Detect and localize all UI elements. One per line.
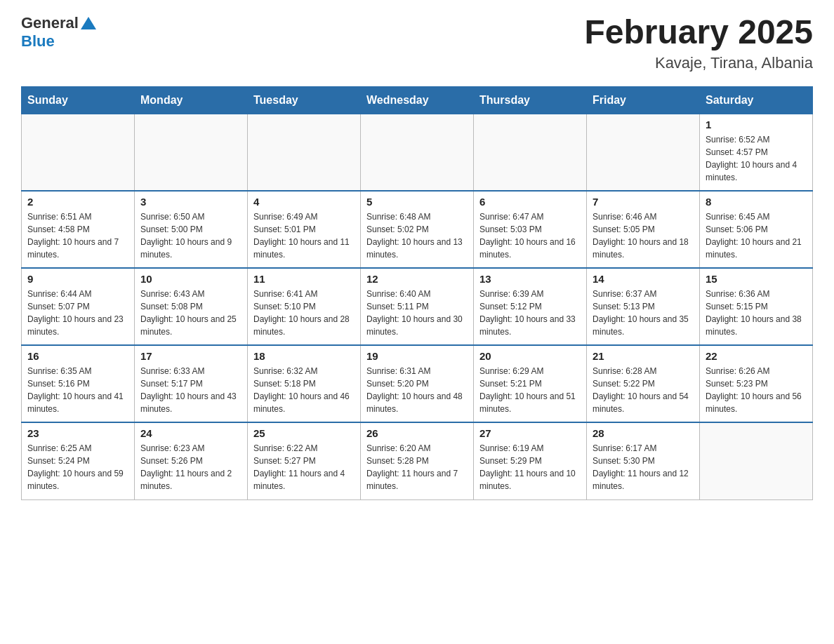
logo-arrow-icon — [81, 17, 96, 29]
calendar-cell: 1Sunrise: 6:52 AMSunset: 4:57 PMDaylight… — [700, 114, 813, 191]
day-number: 21 — [593, 350, 694, 362]
day-info: Sunrise: 6:17 AMSunset: 5:30 PMDaylight:… — [593, 442, 694, 492]
calendar-cell: 18Sunrise: 6:32 AMSunset: 5:18 PMDayligh… — [248, 345, 361, 422]
calendar-cell: 5Sunrise: 6:48 AMSunset: 5:02 PMDaylight… — [361, 191, 474, 268]
day-number: 26 — [366, 427, 468, 439]
calendar-week-row: 23Sunrise: 6:25 AMSunset: 5:24 PMDayligh… — [22, 422, 813, 499]
calendar-cell: 12Sunrise: 6:40 AMSunset: 5:11 PMDayligh… — [361, 268, 474, 345]
day-number: 5 — [366, 196, 468, 208]
day-info: Sunrise: 6:45 AMSunset: 5:06 PMDaylight:… — [706, 210, 807, 261]
calendar-cell: 3Sunrise: 6:50 AMSunset: 5:00 PMDaylight… — [135, 191, 248, 268]
calendar-cell — [135, 114, 248, 191]
day-number: 17 — [140, 350, 241, 362]
calendar-cell — [587, 114, 700, 191]
calendar-cell: 13Sunrise: 6:39 AMSunset: 5:12 PMDayligh… — [474, 268, 587, 345]
calendar-day-header: Monday — [135, 86, 248, 114]
calendar-cell — [474, 114, 587, 191]
calendar-day-header: Wednesday — [361, 86, 474, 114]
logo-general-text: General — [21, 14, 79, 32]
day-number: 23 — [27, 427, 128, 439]
day-info: Sunrise: 6:51 AMSunset: 4:58 PMDaylight:… — [27, 210, 128, 261]
day-info: Sunrise: 6:31 AMSunset: 5:20 PMDaylight:… — [366, 365, 468, 415]
day-number: 15 — [706, 273, 807, 285]
day-info: Sunrise: 6:52 AMSunset: 4:57 PMDaylight:… — [706, 133, 807, 184]
day-info: Sunrise: 6:46 AMSunset: 5:05 PMDaylight:… — [593, 210, 694, 261]
day-info: Sunrise: 6:43 AMSunset: 5:08 PMDaylight:… — [140, 288, 241, 338]
calendar-header-row: SundayMondayTuesdayWednesdayThursdayFrid… — [22, 86, 813, 114]
calendar-cell: 16Sunrise: 6:35 AMSunset: 5:16 PMDayligh… — [22, 345, 135, 422]
day-info: Sunrise: 6:44 AMSunset: 5:07 PMDaylight:… — [27, 288, 128, 338]
title-block: February 2025 Kavaje, Tirana, Albania — [584, 14, 813, 72]
calendar-day-header: Friday — [587, 86, 700, 114]
day-number: 24 — [140, 427, 241, 439]
day-number: 25 — [253, 427, 355, 439]
day-info: Sunrise: 6:37 AMSunset: 5:13 PMDaylight:… — [593, 288, 694, 338]
day-number: 2 — [27, 196, 128, 208]
logo-blue-text: Blue — [21, 32, 55, 51]
calendar-cell: 8Sunrise: 6:45 AMSunset: 5:06 PMDaylight… — [700, 191, 813, 268]
logo: General Blue — [21, 14, 96, 51]
day-number: 4 — [253, 196, 355, 208]
calendar-cell — [248, 114, 361, 191]
day-number: 18 — [253, 350, 355, 362]
calendar-week-row: 2Sunrise: 6:51 AMSunset: 4:58 PMDaylight… — [22, 191, 813, 268]
day-info: Sunrise: 6:19 AMSunset: 5:29 PMDaylight:… — [479, 442, 581, 492]
calendar-day-header: Thursday — [474, 86, 587, 114]
day-info: Sunrise: 6:29 AMSunset: 5:21 PMDaylight:… — [479, 365, 581, 415]
day-number: 19 — [366, 350, 468, 362]
day-number: 7 — [593, 196, 694, 208]
day-info: Sunrise: 6:20 AMSunset: 5:28 PMDaylight:… — [366, 442, 468, 492]
day-info: Sunrise: 6:32 AMSunset: 5:18 PMDaylight:… — [253, 365, 355, 415]
day-number: 27 — [479, 427, 581, 439]
calendar-cell: 9Sunrise: 6:44 AMSunset: 5:07 PMDaylight… — [22, 268, 135, 345]
calendar-cell: 11Sunrise: 6:41 AMSunset: 5:10 PMDayligh… — [248, 268, 361, 345]
calendar-table: SundayMondayTuesdayWednesdayThursdayFrid… — [21, 86, 813, 500]
calendar-day-header: Saturday — [700, 86, 813, 114]
calendar-day-header: Tuesday — [248, 86, 361, 114]
day-number: 28 — [593, 427, 694, 439]
calendar-week-row: 1Sunrise: 6:52 AMSunset: 4:57 PMDaylight… — [22, 114, 813, 191]
day-number: 10 — [140, 273, 241, 285]
day-info: Sunrise: 6:33 AMSunset: 5:17 PMDaylight:… — [140, 365, 241, 415]
calendar-cell: 23Sunrise: 6:25 AMSunset: 5:24 PMDayligh… — [22, 422, 135, 499]
calendar-cell: 22Sunrise: 6:26 AMSunset: 5:23 PMDayligh… — [700, 345, 813, 422]
day-info: Sunrise: 6:23 AMSunset: 5:26 PMDaylight:… — [140, 442, 241, 492]
day-info: Sunrise: 6:50 AMSunset: 5:00 PMDaylight:… — [140, 210, 241, 261]
page-subtitle: Kavaje, Tirana, Albania — [584, 54, 813, 72]
day-info: Sunrise: 6:22 AMSunset: 5:27 PMDaylight:… — [253, 442, 355, 492]
calendar-cell: 24Sunrise: 6:23 AMSunset: 5:26 PMDayligh… — [135, 422, 248, 499]
calendar-cell: 28Sunrise: 6:17 AMSunset: 5:30 PMDayligh… — [587, 422, 700, 499]
day-number: 12 — [366, 273, 468, 285]
calendar-week-row: 16Sunrise: 6:35 AMSunset: 5:16 PMDayligh… — [22, 345, 813, 422]
day-number: 1 — [706, 119, 807, 130]
page-title: February 2025 — [584, 14, 813, 51]
day-number: 3 — [140, 196, 241, 208]
day-info: Sunrise: 6:48 AMSunset: 5:02 PMDaylight:… — [366, 210, 468, 261]
day-info: Sunrise: 6:40 AMSunset: 5:11 PMDaylight:… — [366, 288, 468, 338]
day-number: 11 — [253, 273, 355, 285]
day-number: 20 — [479, 350, 581, 362]
calendar-cell: 15Sunrise: 6:36 AMSunset: 5:15 PMDayligh… — [700, 268, 813, 345]
calendar-cell: 6Sunrise: 6:47 AMSunset: 5:03 PMDaylight… — [474, 191, 587, 268]
calendar-cell — [22, 114, 135, 191]
calendar-cell: 2Sunrise: 6:51 AMSunset: 4:58 PMDaylight… — [22, 191, 135, 268]
day-info: Sunrise: 6:35 AMSunset: 5:16 PMDaylight:… — [27, 365, 128, 415]
calendar-cell: 25Sunrise: 6:22 AMSunset: 5:27 PMDayligh… — [248, 422, 361, 499]
calendar-cell: 27Sunrise: 6:19 AMSunset: 5:29 PMDayligh… — [474, 422, 587, 499]
calendar-cell: 17Sunrise: 6:33 AMSunset: 5:17 PMDayligh… — [135, 345, 248, 422]
calendar-cell: 21Sunrise: 6:28 AMSunset: 5:22 PMDayligh… — [587, 345, 700, 422]
day-info: Sunrise: 6:28 AMSunset: 5:22 PMDaylight:… — [593, 365, 694, 415]
day-number: 14 — [593, 273, 694, 285]
day-number: 9 — [27, 273, 128, 285]
calendar-cell: 20Sunrise: 6:29 AMSunset: 5:21 PMDayligh… — [474, 345, 587, 422]
calendar-cell: 4Sunrise: 6:49 AMSunset: 5:01 PMDaylight… — [248, 191, 361, 268]
day-number: 22 — [706, 350, 807, 362]
day-info: Sunrise: 6:47 AMSunset: 5:03 PMDaylight:… — [479, 210, 581, 261]
day-info: Sunrise: 6:36 AMSunset: 5:15 PMDaylight:… — [706, 288, 807, 338]
day-number: 6 — [479, 196, 581, 208]
day-number: 8 — [706, 196, 807, 208]
calendar-cell: 19Sunrise: 6:31 AMSunset: 5:20 PMDayligh… — [361, 345, 474, 422]
calendar-cell: 10Sunrise: 6:43 AMSunset: 5:08 PMDayligh… — [135, 268, 248, 345]
calendar-week-row: 9Sunrise: 6:44 AMSunset: 5:07 PMDaylight… — [22, 268, 813, 345]
calendar-cell — [361, 114, 474, 191]
